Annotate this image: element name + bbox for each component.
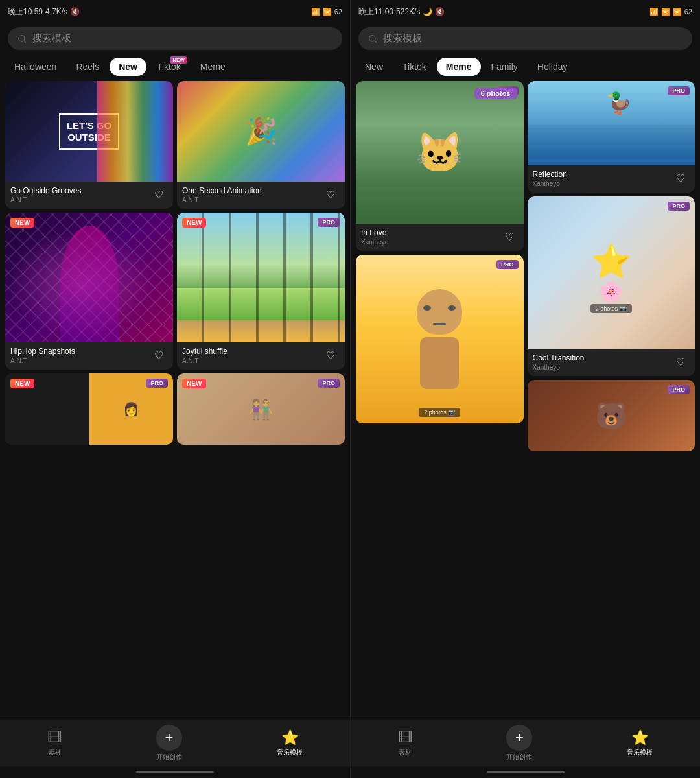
- right-status-bar: 晚上11:00 522K/s 🌙 🔇 📶 🛜 🛜 62: [351, 0, 700, 23]
- card-one-second[interactable]: 🎉 One Second Animation A.N.T ♡: [177, 81, 345, 209]
- card-joyful-badge-pro: PRO: [318, 218, 340, 227]
- right-nav-music[interactable]: ⭐ 音乐模板: [627, 729, 653, 757]
- left-network: 4.7K/s: [45, 7, 67, 16]
- card-dog-meme-badge-pro: PRO: [496, 260, 519, 269]
- left-home-indicator: [0, 766, 350, 778]
- left-nav-projects-icon: 🎞: [47, 729, 62, 746]
- card-in-love-badge-photos: 6 photos: [474, 88, 517, 99]
- left-wifi-icon: 🛜: [323, 8, 332, 16]
- card-cool-transition[interactable]: ⭐ 🌸 PRO 2 photos 📷 Cool Transition Xanth…: [528, 196, 695, 376]
- card-joyful[interactable]: NEW PRO Joyful shuffle A.N.T ♡: [177, 213, 345, 370]
- card-cool-transition-heart[interactable]: ♡: [671, 353, 690, 371]
- right-wifi2-icon: 🛜: [673, 8, 682, 16]
- card-hiphop[interactable]: NEW HipHop Snapshots A.N.T ♡: [5, 213, 173, 370]
- right-phone-panel: 晚上11:00 522K/s 🌙 🔇 📶 🛜 🛜 62 搜索模板 New Tik…: [350, 0, 700, 778]
- right-col2: 🦆 PRO Reflection Xantheyo ♡: [528, 81, 695, 720]
- left-mute-icon: 🔇: [70, 7, 80, 16]
- card-joyful-heart[interactable]: ♡: [321, 346, 340, 364]
- left-status-left: 晚上10:59 4.7K/s 🔇: [8, 6, 80, 18]
- left-nav-projects-label: 素材: [48, 748, 61, 757]
- left-phone-panel: 晚上10:59 4.7K/s 🔇 📶 🛜 62 搜索模板 Halloween R…: [0, 0, 350, 778]
- left-tab-halloween[interactable]: Halloween: [5, 58, 65, 76]
- card-in-love-author: Xantheyo: [361, 239, 388, 246]
- left-content-grid: LET'S GOOUTSIDE Go Outside Grooves A.N.T…: [0, 81, 350, 720]
- card-row3-left[interactable]: 👩 NEW PRO: [5, 373, 173, 445]
- right-nav-music-icon: ⭐: [631, 729, 649, 746]
- card-one-second-author: A.N.T: [182, 196, 262, 204]
- card-in-love-info: In Love Xantheyo ♡: [356, 224, 524, 251]
- card-joyful-author: A.N.T: [182, 357, 228, 364]
- left-nav-projects[interactable]: 🎞 素材: [47, 729, 62, 757]
- left-nav-create[interactable]: + 开始创作: [156, 725, 182, 762]
- right-wifi-icon: 🛜: [661, 8, 670, 16]
- card-cool-transition-title: Cool Transition: [533, 353, 585, 362]
- right-nav-projects[interactable]: 🎞 素材: [398, 729, 412, 757]
- left-search-bar[interactable]: 搜索模板: [8, 27, 342, 50]
- card-reflection-heart[interactable]: ♡: [671, 169, 690, 187]
- card-hiphop-info: HipHop Snapshots A.N.T ♡: [5, 342, 173, 370]
- card-cool-transition-badge-pro: PRO: [668, 202, 690, 211]
- right-status-left: 晚上11:00 522K/s 🌙 🔇: [358, 6, 445, 18]
- left-nav-music-icon: ⭐: [281, 729, 299, 746]
- right-search-placeholder: 搜索模板: [383, 32, 422, 45]
- card-in-love[interactable]: 🐱 PRO 6 photos In Love Xantheyo ♡: [356, 81, 524, 251]
- card-dog-photos-badge: 2 photos 📷: [419, 408, 460, 417]
- right-tab-family[interactable]: Family: [482, 58, 527, 76]
- right-nav-projects-icon: 🎞: [398, 729, 412, 746]
- svg-line-3: [375, 41, 377, 43]
- card-bottom-right[interactable]: 🐻 PRO: [528, 380, 695, 451]
- card-go-outside[interactable]: LET'S GOOUTSIDE Go Outside Grooves A.N.T…: [5, 81, 173, 209]
- left-tab-new[interactable]: New: [110, 58, 146, 76]
- right-bottom-nav: 🎞 素材 + 开始创作 ⭐ 音乐模板: [351, 720, 700, 766]
- left-nav-create-icon: +: [156, 725, 182, 751]
- card-go-outside-title: Go Outside Grooves: [10, 186, 81, 195]
- card-hiphop-title: HipHop Snapshots: [10, 347, 75, 356]
- left-status-bar: 晚上10:59 4.7K/s 🔇 📶 🛜 62: [0, 0, 350, 23]
- right-mute-icon: 🔇: [435, 7, 445, 16]
- left-status-right: 📶 🛜 62: [311, 8, 342, 16]
- left-tab-meme[interactable]: Meme: [191, 58, 235, 76]
- left-search-icon: [17, 34, 27, 44]
- card-reflection-title: Reflection: [533, 170, 567, 179]
- left-col2: 🎉 One Second Animation A.N.T ♡: [177, 81, 345, 720]
- card-reflection-badge-pro: PRO: [668, 86, 690, 95]
- card-cool-photos-badge: 2 photos 📷: [590, 304, 632, 313]
- card-row3-left-badge-new: NEW: [10, 379, 34, 388]
- right-tab-new[interactable]: New: [356, 58, 392, 76]
- card-reflection-info: Reflection Xantheyo ♡: [528, 165, 695, 193]
- card-hiphop-author: A.N.T: [10, 357, 75, 364]
- card-joyful-badge-new: NEW: [182, 218, 206, 228]
- left-signal-icon: 📶: [311, 8, 320, 16]
- card-dog-meme[interactable]: PRO 2 photos 📷: [356, 255, 524, 423]
- right-col1: 🐱 PRO 6 photos In Love Xantheyo ♡: [356, 81, 524, 720]
- right-nav-create-icon: +: [506, 725, 532, 751]
- left-tab-tiktok-badge: NEW: [170, 56, 187, 64]
- left-nav-music[interactable]: ⭐ 音乐模板: [277, 729, 303, 757]
- card-hiphop-heart[interactable]: ♡: [150, 346, 168, 364]
- right-tab-holiday[interactable]: Holiday: [528, 58, 577, 76]
- right-tab-tiktok[interactable]: Tiktok: [393, 58, 436, 76]
- svg-point-2: [369, 35, 375, 41]
- right-search-bar[interactable]: 搜索模板: [358, 27, 692, 50]
- card-go-outside-info: Go Outside Grooves A.N.T ♡: [5, 182, 173, 209]
- right-home-bar: [487, 771, 565, 773]
- card-row3-right-badge-new: NEW: [182, 379, 206, 388]
- left-tab-reels[interactable]: Reels: [67, 58, 108, 76]
- card-cool-transition-author: Xantheyo: [533, 364, 585, 371]
- right-time: 晚上11:00: [358, 6, 393, 18]
- card-reflection-author: Xantheyo: [533, 180, 567, 187]
- card-go-outside-heart[interactable]: ♡: [150, 185, 168, 204]
- left-nav-create-label: 开始创作: [156, 753, 182, 762]
- left-nav-music-label: 音乐模板: [277, 748, 303, 757]
- svg-line-1: [24, 41, 26, 43]
- right-nav-create[interactable]: + 开始创作: [506, 725, 532, 762]
- right-moon-icon: 🌙: [423, 7, 432, 16]
- card-reflection[interactable]: 🦆 PRO Reflection Xantheyo ♡: [528, 81, 695, 193]
- card-in-love-heart[interactable]: ♡: [500, 228, 519, 246]
- card-cool-transition-info: Cool Transition Xantheyo ♡: [528, 349, 695, 376]
- card-row3-right[interactable]: 👫 NEW PRO: [177, 373, 345, 445]
- right-tab-meme[interactable]: Meme: [437, 58, 481, 76]
- card-bottom-right-badge-pro: PRO: [668, 385, 690, 394]
- card-one-second-heart[interactable]: ♡: [321, 185, 340, 204]
- left-tab-tiktok[interactable]: Tiktok NEW: [148, 58, 190, 76]
